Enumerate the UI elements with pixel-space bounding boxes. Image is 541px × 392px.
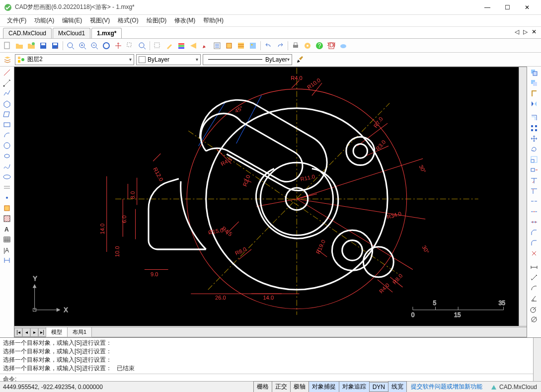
explode-tool[interactable] — [529, 248, 540, 258]
dim-tool[interactable] — [1, 255, 12, 265]
redo-button[interactable] — [275, 40, 286, 51]
dim-aligned-tool[interactable] — [529, 273, 540, 283]
revcloud-tool[interactable] — [1, 151, 12, 161]
save-as-button[interactable] — [50, 40, 61, 51]
linetype-dropdown[interactable]: ByLayer ▾ — [203, 54, 292, 65]
brush-button[interactable] — [294, 54, 305, 65]
pdf-button[interactable]: PDF — [326, 40, 337, 51]
block-button[interactable] — [224, 40, 234, 51]
tab-close-icon[interactable]: ✕ — [530, 28, 538, 35]
zoom-window-button[interactable] — [125, 40, 136, 51]
cloud-button[interactable] — [338, 40, 349, 51]
zoom-out-button[interactable] — [89, 40, 100, 51]
table-tool[interactable] — [1, 235, 12, 244]
menu-edit[interactable]: 编辑(E) — [58, 15, 86, 26]
tab-next-icon[interactable]: ▷ — [522, 28, 529, 35]
sheet-next-button[interactable]: ▸ — [30, 328, 38, 337]
move-tool[interactable] — [529, 134, 540, 144]
trim-tool[interactable] — [529, 175, 540, 185]
toggle-ortho[interactable]: 正交 — [272, 381, 291, 392]
layer-manager-button[interactable] — [2, 54, 13, 65]
fillet-tool[interactable] — [529, 238, 540, 248]
close-button[interactable]: ✕ — [517, 0, 537, 14]
menu-func[interactable]: 功能(A) — [30, 15, 58, 26]
arc-tool[interactable] — [1, 130, 12, 140]
spline-tool[interactable] — [1, 161, 12, 171]
toggle-lwt[interactable]: 线宽 — [388, 381, 407, 392]
print-button[interactable] — [290, 40, 301, 51]
sheet-tab-model[interactable]: 模型 — [46, 327, 68, 337]
break-tool[interactable] — [529, 196, 540, 206]
mtext-tool[interactable]: |A — [1, 245, 12, 255]
zoom-extents-button[interactable] — [101, 40, 112, 51]
extend-tool[interactable] — [529, 186, 540, 196]
rotate-tool[interactable] — [529, 144, 540, 154]
rectangle-tool[interactable] — [1, 109, 12, 119]
array-tool[interactable] — [529, 123, 540, 133]
copy2-tool[interactable] — [529, 78, 540, 88]
settings-button[interactable] — [302, 40, 313, 51]
copy-tool[interactable] — [529, 68, 540, 78]
sheet-last-button[interactable]: ▸| — [38, 328, 46, 337]
drawing-canvas[interactable]: R4.0 R10.0 45° R7.0 R3.0 30° R34.0 30° R… — [14, 67, 519, 326]
maximize-button[interactable]: ☐ — [497, 0, 517, 14]
parallel-tool[interactable] — [1, 182, 12, 192]
edit-button[interactable] — [164, 40, 175, 51]
select-button[interactable] — [152, 40, 163, 51]
menu-file[interactable]: 文件(F) — [3, 15, 30, 26]
layers-button[interactable] — [176, 40, 187, 51]
rect2-tool[interactable] — [1, 120, 12, 130]
doc-tab-2[interactable]: 1.mxg* — [91, 28, 122, 38]
doc-tab-1[interactable]: MxCloud1 — [53, 28, 90, 38]
break2-tool[interactable] — [529, 207, 540, 217]
paste-tool[interactable] — [529, 88, 540, 98]
image-button[interactable] — [247, 40, 258, 51]
layer-prev-button[interactable] — [188, 40, 199, 51]
help-button[interactable]: ? — [314, 40, 325, 51]
color-dropdown[interactable]: ByLayer ▾ — [136, 54, 201, 65]
open-button[interactable] — [14, 40, 25, 51]
toggle-otrack[interactable]: 对象追踪 — [339, 381, 370, 392]
join-tool[interactable] — [529, 217, 540, 227]
menu-modify[interactable]: 修改(M) — [170, 15, 199, 26]
scale-tool[interactable] — [529, 155, 540, 164]
match-button[interactable] — [200, 40, 211, 51]
chamfer-tool[interactable] — [529, 228, 540, 237]
props-button[interactable] — [212, 40, 223, 51]
hatch-button[interactable] — [235, 40, 246, 51]
zoom-in-button[interactable] — [77, 40, 88, 51]
dim-angle-tool[interactable] — [529, 294, 540, 304]
new-button[interactable] — [2, 40, 13, 51]
stretch-tool[interactable] — [529, 165, 540, 175]
ray-tool[interactable] — [1, 78, 12, 88]
toggle-osnap[interactable]: 对象捕捉 — [309, 381, 339, 392]
point-tool[interactable] — [1, 193, 12, 203]
zoom-prev-button[interactable] — [137, 40, 148, 51]
dim-radius-tool[interactable] — [529, 304, 540, 314]
dim-linear-tool[interactable] — [529, 262, 540, 272]
circle-tool[interactable] — [1, 141, 12, 151]
dim-arc-tool[interactable] — [529, 283, 540, 293]
polyline-tool[interactable] — [1, 88, 12, 98]
mirror-tool[interactable] — [529, 99, 540, 109]
console-scroll[interactable] — [533, 338, 541, 385]
ellipse-tool[interactable] — [1, 172, 12, 182]
toggle-polar[interactable]: 极轴 — [290, 381, 309, 392]
block-tool[interactable] — [1, 203, 12, 213]
polygon-tool[interactable] — [1, 99, 12, 109]
text-tool[interactable]: A — [1, 224, 12, 234]
canvas-scroll-v[interactable] — [519, 67, 527, 326]
hatch-tool[interactable] — [1, 214, 12, 224]
toggle-grid[interactable]: 栅格 — [253, 381, 272, 392]
menu-draw[interactable]: 绘图(D) — [143, 15, 171, 26]
menu-format[interactable]: 格式(O) — [114, 15, 142, 26]
offset-tool[interactable] — [529, 113, 540, 123]
minimize-button[interactable]: — — [477, 0, 497, 14]
doc-tab-0[interactable]: CAD.MxCloud — [3, 28, 52, 38]
sheet-prev-button[interactable]: ◂ — [22, 328, 30, 337]
sheet-tab-layout1[interactable]: 布局1 — [67, 327, 92, 337]
undo-button[interactable] — [263, 40, 274, 51]
save-button[interactable] — [38, 40, 49, 51]
sheet-first-button[interactable]: |◂ — [14, 328, 22, 337]
menu-view[interactable]: 视图(V) — [86, 15, 114, 26]
